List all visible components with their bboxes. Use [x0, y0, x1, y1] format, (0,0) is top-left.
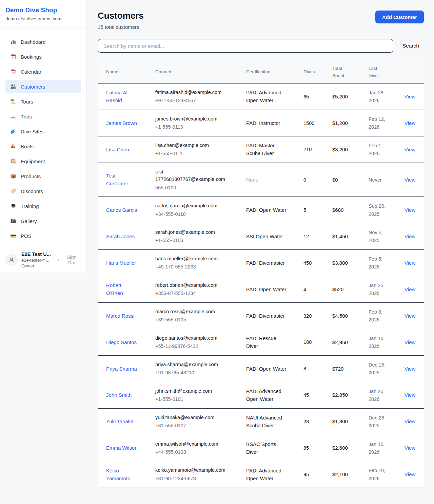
sidebar-item-equipment[interactable]: Equipment	[5, 154, 81, 168]
customer-row: Diego Santos diego.santos@example.com +5…	[98, 329, 424, 355]
customer-last-dive: Feb 10, 2026	[369, 468, 385, 481]
customer-name-link[interactable]: Keiko Yamamoto	[106, 468, 130, 481]
customer-row: Fatima Al-Rashid fatima.alrashid@example…	[98, 83, 424, 110]
search-bar: Search	[98, 39, 424, 53]
view-customer-link[interactable]: View	[405, 120, 415, 126]
customer-name-link[interactable]: Test Customer	[106, 173, 128, 186]
customer-total-spent: $2,100	[332, 471, 348, 477]
sidebar-item-boats[interactable]: Boats	[5, 139, 81, 153]
customer-name-link[interactable]: Diego Santos	[106, 339, 137, 345]
customer-certification: None	[246, 177, 258, 183]
view-customer-link[interactable]: View	[405, 234, 415, 239]
customer-last-dive: Jan 15, 2026	[369, 442, 385, 455]
sidebar-item-discounts[interactable]: Discounts	[5, 184, 81, 198]
view-customer-link[interactable]: View	[405, 286, 415, 292]
customer-total-spent: $680	[332, 207, 343, 213]
sidebar-item-label: Discounts	[21, 188, 43, 194]
customer-email: john.smith@example.com	[155, 387, 229, 395]
view-customer-link[interactable]: View	[405, 260, 415, 266]
sidebar-item-trips[interactable]: Trips	[5, 110, 81, 123]
customer-certification: PADI Instructor	[246, 120, 280, 126]
customer-name-link[interactable]: Marco Rossi	[106, 313, 134, 319]
sidebar-item-products[interactable]: Products	[5, 169, 81, 183]
view-customer-link[interactable]: View	[405, 392, 415, 398]
customer-count: 15 total customers	[98, 24, 144, 30]
customer-dives: 85	[303, 445, 309, 451]
sidebar-item-customers[interactable]: Customers	[5, 80, 81, 93]
speedboat-icon	[10, 113, 16, 119]
view-customer-link[interactable]: View	[405, 445, 415, 451]
customer-phone: +353-87-555-1234	[155, 290, 229, 297]
add-customer-button[interactable]: Add Customer	[375, 11, 424, 23]
customer-phone: +1-555-0113	[155, 123, 229, 131]
customer-row: Lisa Chen lisa.chen@example.com +1-555-0…	[98, 136, 424, 163]
customer-email: carlos.garcia@example.com	[155, 202, 229, 209]
customer-row: Yuki Tanaka yuki.tanaka@example.com +81-…	[98, 408, 424, 435]
customer-name-link[interactable]: Hans Mueller	[106, 260, 136, 266]
wave-icon	[10, 128, 16, 134]
view-customer-link[interactable]: View	[405, 94, 415, 99]
customer-phone: +55-11-99876-5432	[155, 342, 229, 350]
customer-certification: NAUI Advanced Scuba Diver	[246, 415, 282, 428]
credit-card-icon	[10, 233, 16, 239]
sidebar-item-tours[interactable]: Tours	[5, 95, 81, 108]
sidebar-item-bookings[interactable]: 17 Bookings	[5, 50, 81, 63]
view-customer-link[interactable]: View	[405, 471, 415, 477]
customer-last-dive: Sep 20, 2025	[369, 203, 386, 217]
customer-name-link[interactable]: John Smith	[106, 392, 132, 398]
page-header: Customers 15 total customers Add Custome…	[98, 11, 424, 30]
customer-name-link[interactable]: Carlos Garcia	[106, 207, 137, 213]
customer-phone: 555-0100	[155, 184, 229, 191]
sidebar-item-label: Customers	[21, 84, 45, 90]
customer-last-dive: Never	[369, 177, 382, 183]
sidebar-item-gallery[interactable]: Gallery	[5, 214, 81, 228]
search-input[interactable]	[98, 39, 393, 53]
customer-name-link[interactable]: James Brown	[106, 120, 137, 126]
customer-last-dive: Dec 15, 2025	[369, 362, 386, 375]
sidebar-item-training[interactable]: Training	[5, 199, 81, 213]
view-customer-link[interactable]: View	[405, 147, 415, 152]
customer-dives: 5	[303, 207, 306, 213]
sailboat-icon	[10, 143, 16, 149]
sidebar-item-label: Equipment	[21, 158, 45, 164]
customer-name-link[interactable]: Fatima Al-Rashid	[106, 90, 129, 103]
col-header-name: Name	[98, 61, 155, 83]
search-button[interactable]: Search	[393, 43, 424, 49]
customer-name-link[interactable]: Sarah Jones	[106, 234, 135, 239]
sidebar-item-pos[interactable]: POS	[5, 229, 81, 243]
view-customer-link[interactable]: View	[405, 313, 415, 319]
customer-name-link[interactable]: Emma Wilson	[106, 445, 138, 451]
customer-certification: PADI Divemaster	[246, 313, 285, 319]
customer-name-link[interactable]: Lisa Chen	[106, 147, 129, 152]
customer-phone: +1-555-0111	[155, 150, 229, 157]
customer-email: lisa.chen@example.com	[155, 142, 229, 149]
view-customer-link[interactable]: View	[405, 366, 415, 372]
col-header-certification: Certification	[246, 61, 303, 83]
customer-email: priya.sharma@example.com	[155, 361, 229, 368]
view-customer-link[interactable]: View	[405, 177, 415, 183]
view-customer-link[interactable]: View	[405, 339, 415, 345]
customers-table-card: Name Contact Certification Dives Total S…	[98, 61, 424, 487]
sign-out-button[interactable]: Sign Out	[54, 255, 81, 265]
sidebar-item-label: Tours	[21, 99, 33, 105]
view-customer-link[interactable]: View	[405, 418, 415, 424]
customer-row: Priya Sharma priya.sharma@example.com +9…	[98, 355, 424, 382]
sidebar-item-dive-sites[interactable]: Dive Sites	[5, 125, 81, 138]
view-customer-link[interactable]: View	[405, 207, 415, 213]
customer-name-link[interactable]: Robert O'Brien	[106, 282, 123, 296]
customer-total-spent: $3,200	[332, 147, 348, 152]
customer-row: Hans Mueller hans.mueller@example.com +4…	[98, 249, 424, 276]
sidebar-item-dashboard[interactable]: Dashboard	[5, 35, 81, 49]
customer-name-link[interactable]: Yuki Tanaka	[106, 418, 134, 424]
customer-name-link[interactable]: Priya Sharma	[106, 366, 137, 372]
customer-last-dive: Feb 12, 2026	[369, 116, 385, 130]
sidebar-item-calendar[interactable]: Calendar	[5, 65, 81, 78]
user-meta: E2E Test U... e2e-tester@... Owner	[21, 251, 51, 268]
customer-last-dive: Jan 10, 2026	[369, 336, 385, 349]
sidebar-item-label: Bookings	[21, 54, 42, 60]
customer-last-dive: Jan 25, 2026	[369, 283, 385, 296]
customer-last-dive: Jan 20, 2026	[369, 389, 385, 402]
user-email: e2e-tester@...	[21, 258, 51, 263]
user-role: Owner	[21, 263, 51, 268]
customers-table: Name Contact Certification Dives Total S…	[98, 61, 424, 487]
